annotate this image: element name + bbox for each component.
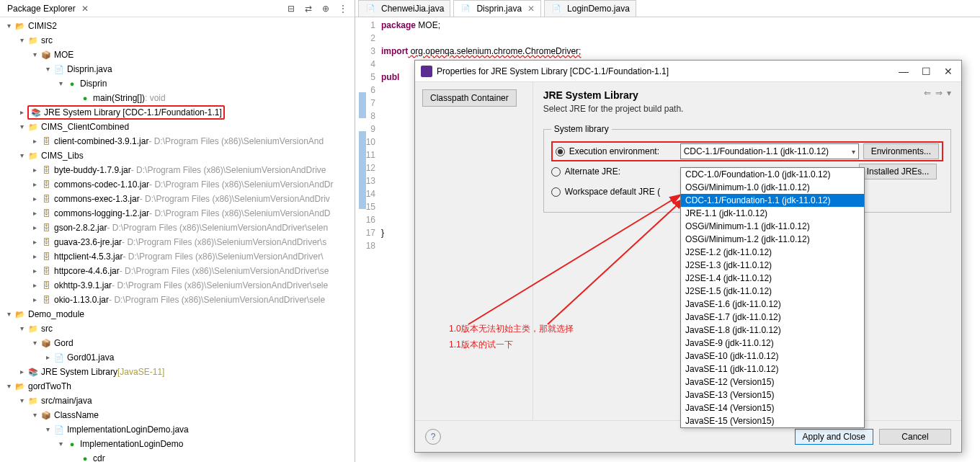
dropdown-item[interactable]: JavaSE-13 (Version15) bbox=[681, 388, 864, 401]
dropdown-item[interactable]: JRE-1.1 (jdk-11.0.12) bbox=[681, 207, 864, 220]
tree-item[interactable]: ▾📦MOE bbox=[0, 48, 355, 62]
twisty-icon[interactable]: ▾ bbox=[29, 49, 40, 61]
twisty-icon[interactable]: ▸ bbox=[42, 352, 53, 363]
tree-item[interactable]: ▸🗄httpcore-4.4.6.jar - D:\Program Files … bbox=[0, 264, 355, 278]
back-icon[interactable]: ⇐ bbox=[924, 88, 931, 98]
exec-env-combo[interactable]: CDC-1.1/Foundation-1.1 (jdk-11.0.12) ▾ bbox=[680, 143, 859, 159]
tree-item[interactable]: ●main(String[]) : void bbox=[0, 91, 355, 105]
dropdown-item[interactable]: J2SE-1.3 (jdk-11.0.12) bbox=[681, 259, 864, 272]
dropdown-item[interactable]: JavaSE-15 (Version15) bbox=[681, 414, 864, 427]
tree-item[interactable]: ▾📦Gord bbox=[0, 336, 355, 350]
twisty-icon[interactable]: ▾ bbox=[16, 35, 27, 46]
dropdown-item[interactable]: JavaSE-14 (Version15) bbox=[681, 401, 864, 414]
twisty-icon[interactable]: ▸ bbox=[29, 236, 40, 248]
dropdown-item[interactable]: J2SE-1.2 (jdk-11.0.12) bbox=[681, 246, 864, 259]
tree-item[interactable]: ▾📁CIMS_ClientCombined bbox=[0, 120, 355, 134]
installed-jres-button[interactable]: Installed JREs... bbox=[859, 164, 937, 179]
dropdown-item[interactable]: JavaSE-1.8 (jdk-11.0.12) bbox=[681, 324, 864, 337]
classpath-container-button[interactable]: Classpath Container bbox=[422, 89, 517, 107]
tree-item[interactable]: ▾📂Demo_module bbox=[0, 307, 355, 321]
focus-icon[interactable]: ⊕ bbox=[320, 3, 331, 14]
twisty-icon[interactable]: ▾ bbox=[29, 409, 40, 421]
tree-item[interactable]: ▸🗄commons-exec-1.3.jar - D:\Program File… bbox=[0, 192, 355, 206]
tree-item[interactable]: ▸📚JRE System Library [CDC-1.1/Foundation… bbox=[0, 105, 355, 120]
tree-item[interactable]: ▾📁CIMS_Libs bbox=[0, 148, 355, 163]
tree-item[interactable]: ▸🗄byte-buddy-1.7.9.jar - D:\Program File… bbox=[0, 163, 355, 177]
twisty-icon[interactable]: ▾ bbox=[16, 395, 27, 407]
menu-icon[interactable]: ▾ bbox=[947, 88, 951, 98]
tree-item[interactable]: ▸🗄commons-codec-1.10.jar - D:\Program Fi… bbox=[0, 177, 355, 192]
fwd-icon[interactable]: ⇒ bbox=[935, 88, 943, 98]
tree-item[interactable]: ▸🗄httpclient-4.5.3.jar - D:\Program File… bbox=[0, 249, 355, 264]
twisty-icon[interactable]: ▾ bbox=[3, 381, 14, 392]
tree-item[interactable]: ▸🗄commons-logging-1.2.jar - D:\Program F… bbox=[0, 206, 355, 221]
tree-item[interactable]: ▾📂CIMIS2 bbox=[0, 19, 355, 33]
tree-item[interactable]: ●cdr bbox=[0, 451, 355, 462]
twisty-icon[interactable]: ▾ bbox=[16, 150, 27, 161]
dropdown-item[interactable]: OSGi/Minimum-1.1 (jdk-11.0.12) bbox=[681, 220, 864, 233]
twisty-icon[interactable]: ▸ bbox=[16, 366, 27, 378]
twisty-icon[interactable]: ▾ bbox=[55, 438, 66, 450]
menu-icon[interactable]: ⋮ bbox=[337, 3, 349, 14]
tree-item[interactable]: ▾📁src bbox=[0, 33, 355, 48]
twisty-icon[interactable]: ▾ bbox=[42, 424, 53, 435]
tree-item[interactable]: ▾📁src/main/java bbox=[0, 394, 355, 408]
workspace-default-radio[interactable] bbox=[551, 187, 561, 197]
twisty-icon[interactable]: ▾ bbox=[16, 323, 27, 334]
dropdown-item[interactable]: J2SE-1.5 (jdk-11.0.12) bbox=[681, 285, 864, 298]
tree-item[interactable]: ▾📄Disprin.java bbox=[0, 62, 355, 76]
dropdown-item[interactable]: J2SE-1.4 (jdk-11.0.12) bbox=[681, 272, 864, 285]
dropdown-item[interactable]: OSGi/Minimum-1.0 (jdk-11.0.12) bbox=[681, 181, 864, 194]
twisty-icon[interactable]: ▾ bbox=[3, 20, 14, 32]
tree-item[interactable]: ▸🗄gson-2.8.2.jar - D:\Program Files (x86… bbox=[0, 221, 355, 235]
close-icon[interactable]: ✕ bbox=[944, 66, 953, 77]
twisty-icon[interactable]: ▸ bbox=[29, 294, 40, 306]
exec-env-dropdown[interactable]: CDC-1.0/Foundation-1.0 (jdk-11.0.12)OSGi… bbox=[680, 167, 865, 428]
maximize-icon[interactable]: ☐ bbox=[922, 66, 931, 77]
close-icon[interactable]: ✕ bbox=[81, 4, 89, 14]
alt-jre-radio[interactable] bbox=[551, 167, 561, 177]
twisty-icon[interactable]: ▸ bbox=[29, 251, 40, 262]
twisty-icon[interactable]: ▸ bbox=[29, 193, 40, 205]
dropdown-item[interactable]: OSGi/Minimum-1.2 (jdk-11.0.12) bbox=[681, 233, 864, 246]
dropdown-item[interactable]: JavaSE-10 (jdk-11.0.12) bbox=[681, 350, 864, 363]
twisty-icon[interactable] bbox=[68, 92, 79, 104]
editor-tab[interactable]: 📄LoginDemo.java bbox=[544, 0, 636, 17]
twisty-icon[interactable]: ▾ bbox=[29, 337, 40, 349]
collapse-icon[interactable]: ⊟ bbox=[285, 3, 297, 14]
tree-item[interactable]: ▾●ImplementationLoginDemo bbox=[0, 437, 355, 451]
twisty-icon[interactable]: ▸ bbox=[29, 136, 40, 147]
twisty-icon[interactable]: ▸ bbox=[29, 164, 40, 176]
twisty-icon[interactable]: ▸ bbox=[16, 107, 27, 118]
twisty-icon[interactable]: ▾ bbox=[16, 121, 27, 133]
editor-tab[interactable]: 📄ChenweiJia.java bbox=[358, 0, 450, 17]
apply-close-button[interactable]: Apply and Close bbox=[795, 429, 873, 445]
tree-item[interactable]: ▾📄ImplementationLoginDemo.java bbox=[0, 422, 355, 437]
tree-item[interactable]: ▾📁src bbox=[0, 321, 355, 336]
dropdown-item[interactable]: JavaSE-1.6 (jdk-11.0.12) bbox=[681, 298, 864, 311]
tree-item[interactable]: ▸📚JRE System Library [JavaSE-11] bbox=[0, 365, 355, 379]
dropdown-item[interactable]: JavaSE-1.7 (jdk-11.0.12) bbox=[681, 311, 864, 324]
tree-item[interactable]: ▾📦ClassName bbox=[0, 408, 355, 422]
tree-item[interactable]: ▸📄Gord01.java bbox=[0, 350, 355, 365]
twisty-icon[interactable] bbox=[68, 453, 79, 462]
twisty-icon[interactable]: ▸ bbox=[29, 179, 40, 190]
twisty-icon[interactable]: ▸ bbox=[29, 280, 40, 291]
cancel-button[interactable]: Cancel bbox=[879, 429, 951, 445]
tree-item[interactable]: ▸🗄guava-23.6-jre.jar - D:\Program Files … bbox=[0, 235, 355, 249]
tree-item[interactable]: ▸🗄okio-1.13.0.jar - D:\Program Files (x8… bbox=[0, 293, 355, 307]
minimize-icon[interactable]: — bbox=[899, 66, 909, 77]
tree-item[interactable]: ▾📂gordTwoTh bbox=[0, 379, 355, 394]
twisty-icon[interactable]: ▾ bbox=[42, 63, 53, 75]
twisty-icon[interactable]: ▾ bbox=[3, 308, 14, 320]
tree-item[interactable]: ▸🗄client-combined-3.9.1.jar - D:\Program… bbox=[0, 134, 355, 148]
twisty-icon[interactable]: ▸ bbox=[29, 265, 40, 277]
dialog-titlebar[interactable]: Properties for JRE System Library [CDC-1… bbox=[415, 61, 961, 82]
close-icon[interactable]: ✕ bbox=[527, 4, 535, 14]
dropdown-item[interactable]: JavaSE-11 (jdk-11.0.12) bbox=[681, 363, 864, 376]
tree-item[interactable]: ▸🗄okhttp-3.9.1.jar - D:\Program Files (x… bbox=[0, 278, 355, 293]
dropdown-item[interactable]: CDC-1.1/Foundation-1.1 (jdk-11.0.12) bbox=[681, 194, 864, 207]
dropdown-item[interactable]: CDC-1.0/Foundation-1.0 (jdk-11.0.12) bbox=[681, 168, 864, 181]
editor-tab[interactable]: 📄Disprin.java✕ bbox=[453, 0, 541, 17]
dropdown-item[interactable]: JavaSE-9 (jdk-11.0.12) bbox=[681, 337, 864, 350]
